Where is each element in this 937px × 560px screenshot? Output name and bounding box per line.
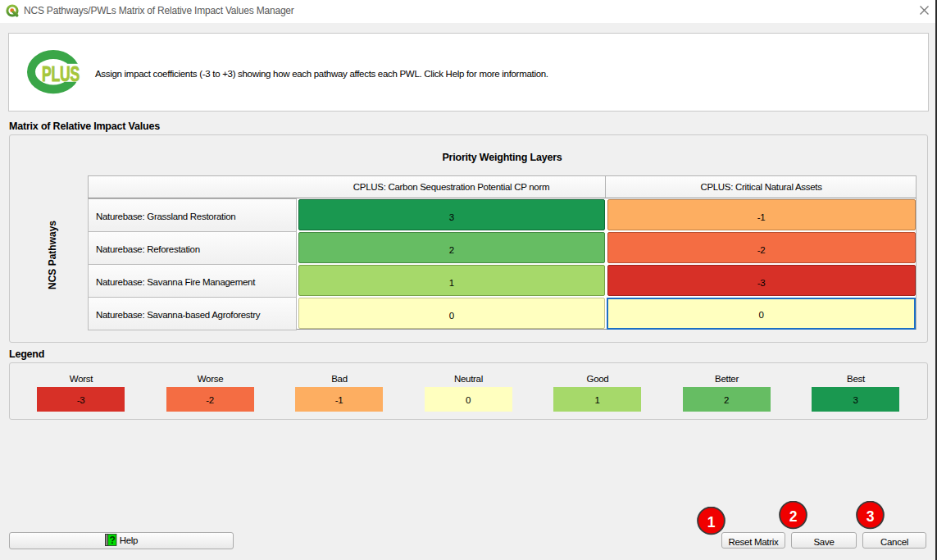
svg-text:2: 2 <box>789 508 798 525</box>
svg-text:?: ? <box>109 535 115 546</box>
svg-text:PLUS: PLUS <box>42 61 80 86</box>
svg-text:1: 1 <box>707 514 716 530</box>
svg-text:3: 3 <box>866 508 875 525</box>
